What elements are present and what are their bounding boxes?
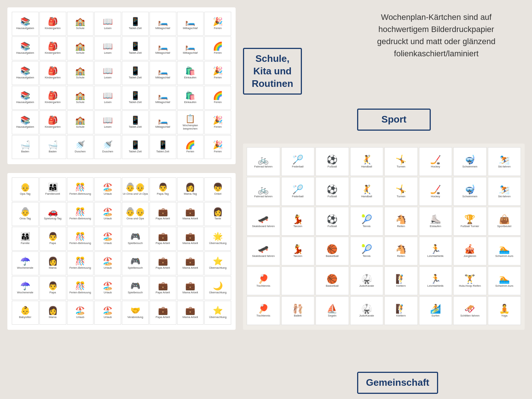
card-icon: 📖 — [103, 92, 113, 100]
card-icon: 🎮 — [130, 282, 140, 290]
card-label: Fußball — [328, 225, 337, 228]
top-left-row-3: 📚Hausaufgaben🎒Kindergarten🏫Schule📖Lesen📱… — [12, 86, 231, 110]
card-icon: 🏖️ — [103, 282, 113, 290]
card-icon: 🎒 — [48, 116, 58, 124]
sport-card: 🏃Leichtathletik — [419, 237, 452, 265]
card-icon: 👨‍👩‍👧 — [48, 183, 58, 191]
sport-card: ⚽Fußball — [316, 207, 349, 236]
badge-sport: Sport — [357, 109, 431, 131]
card: 👵Oma-Tag — [12, 202, 39, 226]
card-label: Turnen — [397, 165, 406, 168]
card-label: Ferien-Betreuung — [70, 266, 91, 269]
card-icon: ⭐ — [213, 307, 223, 315]
bottom-left-row-5: 👶Babysitter👩Mama🏖️Urlaub🏖️Urlaub🤝Verabre… — [12, 301, 231, 325]
sport-card: 🎾Tennis — [350, 237, 384, 265]
card: 👨‍👩‍👧Familie — [12, 227, 39, 251]
card: 🛏️Mittagschlaf — [149, 12, 176, 36]
card-icon: 📱 — [130, 92, 140, 100]
card-icon: 🤸 — [395, 155, 406, 164]
card-label: Familienzeit — [45, 192, 60, 195]
sport-card: 🏒Hockey — [419, 147, 452, 176]
card-icon: 🏓 — [258, 275, 269, 283]
card-label: Schwimmen — [462, 165, 478, 168]
card-icon: 👦 — [213, 183, 223, 191]
card-icon: 👩 — [213, 208, 223, 216]
card-icon: 🧗 — [395, 304, 406, 313]
card-label: Fahrrad fahren — [254, 195, 272, 198]
card: 👨Papa — [39, 276, 66, 300]
card: 💼Papa Arbeit — [149, 276, 176, 300]
card-label: Schule — [76, 51, 84, 54]
bottom-left-panel: 👴Opa-Tag👨‍👩‍👧Familienzeit🎊Ferien-Betreuu… — [7, 173, 236, 330]
card: 👩Tante — [204, 202, 231, 226]
card-icon: 🛏️ — [158, 116, 168, 124]
card-icon: 🌟 — [213, 233, 223, 241]
sport-card: 🚲Fahrrad fahren — [247, 147, 280, 176]
card-icon: 👜 — [499, 215, 510, 224]
card-icon: 🤸 — [395, 185, 406, 194]
card-icon: 🏆 — [464, 215, 475, 224]
card-icon: ⚽ — [327, 185, 338, 194]
card-icon: 📖 — [103, 42, 113, 50]
card-label: Baden — [49, 150, 57, 153]
sport-card — [281, 266, 315, 295]
card: 🚿Duschen — [67, 135, 94, 159]
card-icon: 👩 — [48, 307, 58, 315]
card-icon: 🏫 — [75, 92, 85, 100]
card: 🎊Ferien-Betreuung — [67, 276, 94, 300]
card-icon: 💼 — [158, 208, 168, 216]
card-label: Klettern — [396, 314, 406, 317]
card-icon: 👩 — [185, 183, 195, 191]
card-label: Oma und Opa — [127, 217, 144, 220]
card-label: Schlitten fahren — [460, 314, 479, 317]
card: 🏫Schule — [67, 110, 94, 134]
card-icon: 💼 — [185, 257, 195, 265]
card-label: Lesen — [104, 51, 111, 54]
card-label: Leichtathletik — [427, 254, 444, 258]
card: ☂️Wochenende — [12, 276, 39, 300]
sport-card: ⛸️Eislaufen — [419, 207, 452, 236]
card: 💼Papa Arbeit — [149, 227, 176, 251]
card-icon: ⛷️ — [499, 155, 510, 164]
sport-card: 🛹Skateboard fahren — [247, 207, 280, 236]
card-icon: ⛵ — [327, 304, 338, 313]
card-icon: 🏸 — [292, 155, 303, 164]
top-left-row-2: 📚Hausaufgaben🎒Kindergarten🏫Schule📖Lesen📱… — [12, 61, 231, 85]
card-label: Kindergarten — [45, 27, 61, 30]
card: 📖Lesen — [94, 61, 121, 85]
card: 🎊Ferien-Betreuung — [67, 227, 94, 251]
card-label: Hausaufgaben — [16, 76, 34, 79]
card-icon: 🏒 — [430, 185, 441, 194]
card-label: Tanzen — [293, 254, 302, 258]
card: 🎉Ferien — [204, 12, 231, 36]
card-label: Federball — [292, 165, 303, 168]
card-icon: 🛁 — [20, 141, 30, 149]
card-label: Mama — [49, 266, 57, 269]
card-icon: 📚 — [20, 116, 30, 124]
card-icon: 📚 — [20, 42, 30, 50]
card-label: Wochenende — [17, 291, 33, 294]
card-icon: 🛏️ — [158, 67, 168, 75]
card-icon: 🏃 — [430, 275, 441, 283]
bottom-left-row-4: ☂️Wochenende👨Papa🎊Ferien-Betreuung🏖️Urla… — [12, 276, 231, 300]
card-icon: 🏫 — [75, 18, 85, 26]
card-label: Tablet-Zeit — [129, 51, 142, 54]
card-icon: 🏖️ — [103, 307, 113, 315]
badge-schule: Schule,Kita undRoutinen — [243, 48, 302, 95]
card: 📱Tablet-Zeit — [122, 86, 149, 110]
card-icon: 🚿 — [75, 141, 85, 149]
card-label: Lesen — [104, 76, 111, 79]
card-label: Einkaufen — [184, 100, 196, 104]
card-icon: 🎾 — [361, 215, 372, 224]
card-label: Spielbesuch — [128, 241, 143, 245]
sport-card: ⚽Fußball — [316, 177, 349, 206]
card-icon: 💼 — [158, 307, 168, 315]
card-icon: 👨 — [48, 233, 58, 241]
card: 🤝Verabredung — [122, 301, 149, 325]
card: 🛁Baden — [12, 135, 39, 159]
card-icon: 🏫 — [75, 42, 85, 50]
card-icon: 🐴 — [395, 245, 406, 254]
card: 🏖️Urlaub — [94, 276, 121, 300]
sport-card: 🎾Tennis — [350, 207, 384, 236]
card: 🏖️Urlaub — [94, 227, 121, 251]
